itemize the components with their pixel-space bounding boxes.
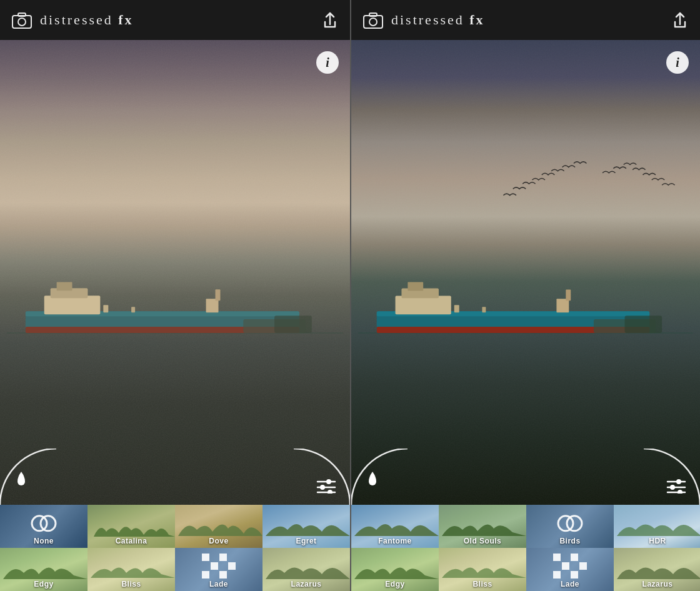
svg-point-50 — [558, 515, 573, 530]
filter-label-catalina-left: Catalina — [88, 537, 175, 545]
water-drop-icon-left — [14, 470, 29, 494]
share-button-right[interactable] — [671, 11, 689, 29]
share-icon-left — [322, 11, 338, 29]
edgy-scene — [0, 559, 88, 581]
filter-row-1-left: None Catalina Dove — [0, 505, 350, 548]
filter-edgy-left[interactable]: Edgy — [0, 548, 88, 591]
sliders-control-right[interactable] — [625, 449, 700, 505]
filter-lade-right[interactable]: Lade — [526, 548, 614, 591]
svg-point-49 — [678, 490, 682, 494]
svg-point-21 — [320, 485, 325, 490]
bliss-scene — [88, 559, 175, 581]
svg-rect-11 — [57, 282, 72, 291]
filter-label-hdr-right: HDR — [614, 537, 700, 545]
controls-overlay-right — [351, 449, 700, 505]
filter-birds-right[interactable]: Birds — [526, 505, 614, 548]
svg-rect-41 — [482, 307, 486, 312]
filter-fantome-right[interactable]: Fantome — [351, 505, 439, 548]
svg-rect-2 — [18, 13, 26, 16]
svg-rect-9 — [44, 296, 101, 314]
filter-label-edgy-right: Edgy — [351, 580, 439, 589]
filter-lazarus-right[interactable]: Lazarus — [614, 548, 700, 591]
sliders-control-left[interactable] — [275, 449, 350, 505]
filter-row-2-left: Edgy Bliss Lade — [0, 548, 350, 591]
filter-label-edgy-left: Edgy — [0, 580, 88, 589]
share-button-left[interactable] — [321, 11, 339, 29]
water-control-left[interactable] — [0, 449, 75, 505]
ship-svg-left — [7, 249, 343, 379]
fantome-scene — [351, 516, 439, 538]
filter-none-left[interactable]: None — [0, 505, 88, 548]
svg-rect-35 — [396, 296, 451, 314]
info-button-left[interactable]: i — [316, 51, 339, 74]
water-control-right[interactable] — [351, 449, 426, 505]
ship-svg-right — [358, 249, 693, 379]
info-button-right[interactable]: i — [666, 51, 689, 74]
filter-label-egret-left: Egret — [262, 537, 350, 545]
filter-edgy-right[interactable]: Edgy — [351, 548, 439, 591]
svg-point-19 — [326, 479, 331, 484]
filter-label-lade-left: Lade — [175, 580, 262, 589]
svg-point-24 — [32, 515, 47, 530]
sliders-icon-left — [316, 479, 336, 494]
share-icon-right — [672, 11, 688, 29]
filter-label-oldsouls-right: Old Souls — [439, 537, 526, 545]
svg-rect-13 — [216, 289, 221, 300]
filter-lazarus-left[interactable]: Lazarus — [262, 548, 350, 591]
filter-bliss-left[interactable]: Bliss — [88, 548, 175, 591]
app-title-left: distressed fx — [11, 11, 134, 29]
lazarus-scene — [262, 559, 350, 581]
filter-label-dove-left: Dove — [175, 537, 262, 545]
svg-rect-37 — [408, 282, 424, 291]
checker-icon-lade-left — [202, 554, 236, 579]
header-left: distressed fx — [0, 0, 350, 40]
svg-rect-40 — [454, 305, 459, 312]
filter-egret-left[interactable]: Egret — [262, 505, 350, 548]
svg-rect-43 — [625, 315, 662, 333]
filter-strip-left: None Catalina Dove — [0, 505, 350, 591]
svg-rect-17 — [274, 315, 312, 333]
filter-hdr-right[interactable]: HDR — [614, 505, 700, 548]
hdr-scene — [614, 516, 700, 538]
birds-svg-right — [491, 142, 682, 236]
svg-point-27 — [369, 18, 377, 26]
left-panel: distressed fx — [0, 0, 350, 591]
app-title-right: distressed fx — [362, 11, 485, 29]
svg-rect-14 — [103, 305, 108, 312]
camera-icon-left — [11, 11, 32, 29]
svg-rect-39 — [566, 289, 571, 300]
filter-strip-right: Fantome Old Souls Birds — [351, 505, 700, 591]
svg-point-47 — [670, 485, 675, 490]
filter-lade-left[interactable]: Lade — [175, 548, 262, 591]
egret-scene — [262, 516, 350, 538]
dove-scene — [175, 516, 262, 538]
filter-row-1-right: Fantome Old Souls Birds — [351, 505, 700, 548]
filter-oldsouls-right[interactable]: Old Souls — [439, 505, 526, 548]
svg-rect-15 — [131, 307, 135, 312]
rings-icon-none-left — [31, 514, 57, 534]
water-drop-icon-right — [365, 470, 380, 494]
filter-label-bliss-left: Bliss — [88, 580, 175, 589]
catalina-scene — [88, 519, 175, 538]
rings-icon-birds-right — [557, 514, 583, 534]
filter-bliss-right[interactable]: Bliss — [439, 548, 526, 591]
controls-overlay-left — [0, 449, 350, 505]
svg-point-23 — [328, 490, 332, 494]
filter-dove-left[interactable]: Dove — [175, 505, 262, 548]
right-panel: distressed fx — [350, 0, 700, 591]
photo-bg-left — [0, 40, 350, 505]
lazarus-scene-r — [614, 559, 700, 581]
filter-label-fantome-right: Fantome — [351, 537, 439, 545]
header-right: distressed fx — [351, 0, 700, 40]
filter-catalina-left[interactable]: Catalina — [88, 505, 175, 548]
filter-label-none-left: None — [0, 537, 88, 545]
filter-label-lazarus-left: Lazarus — [262, 580, 350, 589]
bliss-scene-r — [439, 559, 526, 581]
filter-label-bliss-right: Bliss — [439, 580, 526, 589]
filter-label-birds-right: Birds — [526, 537, 614, 545]
checker-icon-lade-right — [553, 554, 587, 579]
title-text-left: distressed fx — [40, 12, 134, 28]
photo-bg-right — [351, 40, 700, 505]
svg-point-25 — [41, 515, 56, 530]
svg-point-45 — [676, 479, 681, 484]
